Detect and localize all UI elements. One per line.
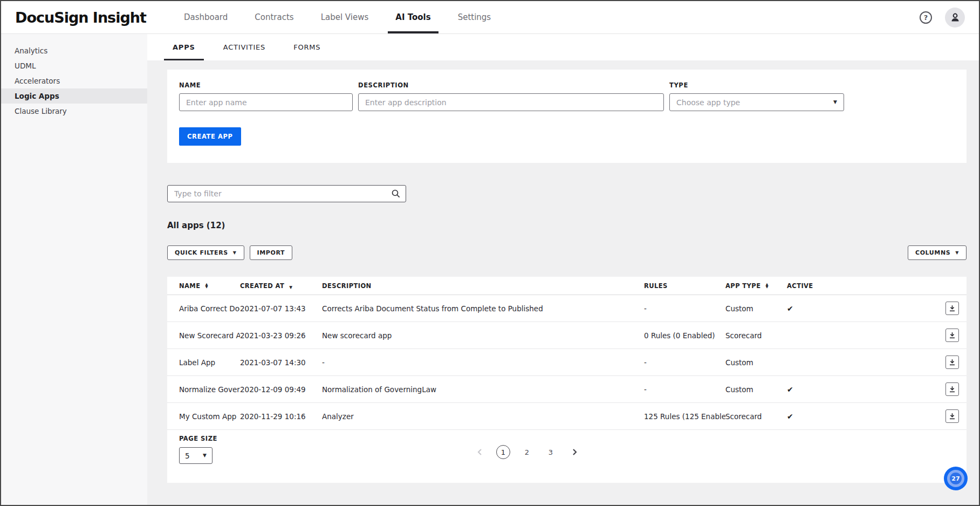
sidebar-item-accelerators[interactable]: Accelerators [1, 73, 147, 88]
download-icon [949, 305, 956, 312]
cell-rules: - [644, 349, 725, 376]
pagination-page-1[interactable]: 1 [496, 445, 510, 459]
export-app-button[interactable] [945, 382, 959, 396]
cell-description: Normalization of GoverningLaw [322, 376, 644, 403]
help-icon[interactable]: ? [920, 11, 932, 24]
nav-item-label-views[interactable]: Label Views [321, 1, 369, 33]
content-area: NAME DESCRIPTION TYPE Choose app type ▼ [147, 60, 979, 505]
pagination-next-button[interactable] [567, 445, 581, 459]
tab-activities[interactable]: ACTIVITIES [215, 34, 274, 60]
table-footer: PAGE SIZE 5 ▼ 123 [167, 430, 967, 472]
table-row: Normalize Gover... 2020-12-09 09:49 Norm… [167, 376, 967, 403]
import-button[interactable]: IMPORT [250, 245, 293, 260]
import-label: IMPORT [257, 249, 285, 256]
cell-name: New Scorecard App [167, 322, 240, 349]
name-label: NAME [179, 81, 353, 89]
sort-icon[interactable]: ▲▼ [765, 283, 768, 289]
sidebar-item-logic-apps[interactable]: Logic Apps [1, 88, 147, 104]
sidebar-item-clause-library[interactable]: Clause Library [1, 104, 147, 119]
checkmark-icon: ✔ [787, 385, 793, 394]
apps-table: NAME▲▼CREATED AT▼DESCRIPTIONRULESAPP TYP… [167, 277, 967, 430]
cell-active: ✔ [787, 295, 835, 322]
nav-item-contracts[interactable]: Contracts [255, 1, 293, 33]
columns-button[interactable]: COLUMNS ▼ [908, 245, 967, 260]
cell-created-at: 2021-03-23 09:26 [240, 322, 322, 349]
navbar-right: ? [920, 1, 965, 33]
column-header-created-at[interactable]: CREATED AT▼ [240, 277, 322, 295]
cell-app-type: Custom [725, 349, 787, 376]
chevron-down-icon: ▼ [833, 100, 837, 105]
column-header-actions [835, 277, 967, 295]
cell-app-type: Scorecard [725, 403, 787, 430]
quick-filters-label: QUICK FILTERS [175, 249, 228, 256]
app-type-placeholder: Choose app type [676, 98, 740, 107]
table-row: Label App 2021-03-07 14:30 - - Custom [167, 349, 967, 376]
export-app-button[interactable] [945, 302, 959, 315]
tabbar: APPSACTIVITIESFORMS [147, 34, 979, 60]
cell-created-at: 2021-03-07 14:30 [240, 349, 322, 376]
cell-created-at: 2021-07-07 13:43 [240, 295, 322, 322]
app-description-input[interactable] [358, 93, 664, 111]
cell-name: Ariba Correct Doc... [167, 295, 240, 322]
cell-actions [835, 376, 967, 403]
column-header-description: DESCRIPTION [322, 277, 644, 295]
cell-created-at: 2020-12-09 09:49 [240, 376, 322, 403]
cell-description: Analyzer [322, 403, 644, 430]
table-row: Ariba Correct Doc... 2021-07-07 13:43 Co… [167, 295, 967, 322]
chevron-down-icon: ▼ [233, 251, 237, 255]
type-label: TYPE [669, 81, 844, 89]
cell-name: My Custom App [167, 403, 240, 430]
column-header-rules: RULES [644, 277, 725, 295]
cell-actions [835, 403, 967, 430]
chevron-right-icon [572, 449, 577, 455]
list-heading: All apps (12) [167, 221, 967, 230]
column-header-active: ACTIVE [787, 277, 835, 295]
nav-menu: DashboardContractsLabel ViewsAI ToolsSet… [184, 1, 491, 33]
download-icon [949, 359, 956, 366]
app-type-select[interactable]: Choose app type ▼ [669, 93, 844, 111]
column-header-app-type[interactable]: APP TYPE▲▼ [725, 277, 787, 295]
checkmark-icon: ✔ [787, 304, 793, 313]
table-actions-row: QUICK FILTERS ▼ IMPORT COLUMNS ▼ [167, 245, 967, 260]
sort-desc-icon[interactable]: ▼ [289, 285, 292, 290]
sort-icon[interactable]: ▲▼ [205, 283, 208, 289]
table-body: Ariba Correct Doc... 2021-07-07 13:43 Co… [167, 295, 967, 430]
cell-rules: 125 Rules (125 Enabled) [644, 403, 725, 430]
pagination-page-2[interactable]: 2 [520, 445, 534, 459]
cell-app-type: Custom [725, 295, 787, 322]
column-header-name[interactable]: NAME▲▼ [167, 277, 240, 295]
sidebar-item-udml[interactable]: UDML [1, 58, 147, 73]
cell-rules: - [644, 295, 725, 322]
pagination-page-3[interactable]: 3 [544, 445, 558, 459]
sidebar-item-analytics[interactable]: Analytics [1, 43, 147, 58]
tab-apps[interactable]: APPS [164, 34, 204, 60]
export-app-button[interactable] [945, 409, 959, 423]
page-size-value: 5 [185, 452, 190, 460]
cell-created-at: 2020-11-29 10:16 [240, 403, 322, 430]
nav-item-dashboard[interactable]: Dashboard [184, 1, 228, 33]
tab-forms[interactable]: FORMS [285, 34, 329, 60]
app-name-input[interactable] [179, 93, 353, 111]
pagination-prev-button[interactable] [472, 445, 486, 459]
chat-widget-button[interactable]: 27 [944, 467, 968, 490]
search-icon[interactable] [391, 189, 401, 199]
filter-input[interactable] [167, 185, 406, 202]
apps-table-panel: NAME▲▼CREATED AT▼DESCRIPTIONRULESAPP TYP… [167, 277, 967, 483]
page-size-select[interactable]: 5 ▼ [179, 447, 213, 464]
checkmark-icon: ✔ [787, 412, 793, 421]
nav-item-settings[interactable]: Settings [458, 1, 491, 33]
nav-item-ai-tools[interactable]: AI Tools [395, 1, 430, 33]
export-app-button[interactable] [945, 329, 959, 342]
app-window: DocuSign Insight DashboardContractsLabel… [0, 0, 980, 506]
user-avatar[interactable] [945, 8, 965, 28]
quick-filters-button[interactable]: QUICK FILTERS ▼ [167, 245, 244, 260]
download-icon [949, 386, 956, 393]
cell-app-type: Scorecard [725, 322, 787, 349]
cell-actions [835, 349, 967, 376]
table-row: My Custom App 2020-11-29 10:16 Analyzer … [167, 403, 967, 430]
create-app-button[interactable]: CREATE APP [179, 127, 241, 146]
cell-description: New scorecard app [322, 322, 644, 349]
export-app-button[interactable] [945, 355, 959, 369]
main-area: APPSACTIVITIESFORMS NAME DESCRIPTION [147, 34, 979, 505]
cell-active [787, 349, 835, 376]
